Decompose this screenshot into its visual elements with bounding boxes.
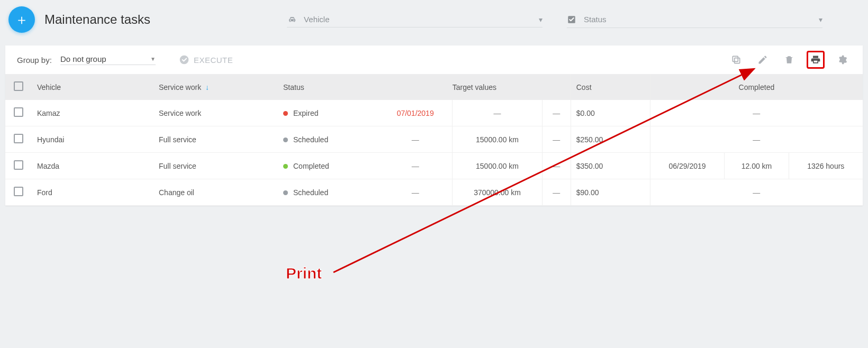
plus-icon: ＋ [15, 11, 29, 29]
execute-label: EXECUTE [194, 56, 233, 65]
cell-tv-km: 15000.00 km [453, 153, 542, 179]
cell-checkbox [5, 179, 32, 206]
cell-tv-date: 07/01/2019 [378, 100, 453, 126]
cell-vehicle: Kamaz [32, 100, 153, 126]
pencil-icon [757, 54, 768, 65]
cell-completed: — [650, 126, 863, 153]
cell-service: Full service [153, 153, 278, 179]
row-checkbox[interactable] [14, 187, 23, 196]
cell-tv-hours: — [542, 179, 571, 206]
execute-button[interactable]: EXECUTE [179, 54, 233, 65]
cell-tv-date: — [378, 126, 453, 153]
cell-status: Scheduled [278, 126, 378, 153]
cell-checkbox [5, 100, 32, 126]
col-service-work-label: Service work [159, 83, 201, 91]
status-dot [283, 190, 288, 195]
delete-button[interactable] [780, 51, 798, 69]
dropdown-icon: ▾ [539, 15, 542, 24]
print-button[interactable] [807, 51, 825, 69]
col-status[interactable]: Status [278, 74, 378, 100]
gear-icon [837, 54, 847, 65]
select-all-checkbox[interactable] [14, 81, 23, 91]
cell-checkbox [5, 126, 32, 153]
table-row[interactable]: FordChange oilScheduled—370000.00 km—$90… [5, 179, 863, 206]
cell-tv-hours: — [542, 153, 571, 179]
cell-service: Change oil [153, 179, 278, 206]
cell-service: Full service [153, 126, 278, 153]
cell-tv-km: — [453, 100, 542, 126]
table-row[interactable]: MazdaFull serviceCompleted—15000.00 km—$… [5, 153, 863, 179]
status-dot [283, 164, 288, 169]
page-title: Maintenance tasks [44, 12, 150, 27]
copy-button[interactable] [727, 51, 745, 69]
tasks-table: Vehicle Service work ↓ Status Target val… [5, 74, 863, 206]
col-service-work[interactable]: Service work ↓ [153, 74, 278, 100]
check-circle-icon [179, 54, 189, 65]
filter-vehicle[interactable]: Vehicle ▾ [287, 12, 542, 28]
filter-status[interactable]: Status ▾ [567, 12, 822, 28]
annotation-label: Print [286, 264, 322, 282]
cell-c-date: 06/29/2019 [650, 153, 725, 179]
status-dot [283, 111, 288, 116]
settings-button[interactable] [833, 51, 851, 69]
cell-completed: — [650, 179, 863, 206]
table-header-row: Vehicle Service work ↓ Status Target val… [5, 74, 863, 100]
trash-icon [784, 54, 794, 65]
svg-rect-2 [735, 58, 740, 63]
cell-tv-date: — [378, 179, 453, 206]
print-icon [810, 54, 821, 65]
cell-completed: — [650, 100, 863, 126]
cell-vehicle: Mazda [32, 153, 153, 179]
dropdown-icon: ▾ [819, 15, 822, 24]
svg-point-1 [180, 56, 189, 65]
cell-c-km: 12.00 km [725, 153, 789, 179]
status-dot [283, 138, 288, 142]
chevron-down-icon: ▼ [150, 56, 156, 62]
filter-status-label: Status [584, 15, 812, 24]
row-checkbox[interactable] [14, 160, 23, 170]
filter-vehicle-label: Vehicle [304, 15, 532, 24]
table-row[interactable]: KamazService workExpired07/01/2019——$0.0… [5, 100, 863, 126]
cell-status: Completed [278, 153, 378, 179]
col-vehicle[interactable]: Vehicle [32, 74, 153, 100]
cell-tv-km: 15000.00 km [453, 126, 542, 153]
col-completed[interactable]: Completed [650, 74, 863, 100]
cell-c-hours: 1326 hours [789, 153, 863, 179]
row-checkbox[interactable] [14, 134, 23, 143]
cell-checkbox [5, 153, 32, 179]
cell-status: Scheduled [278, 179, 378, 206]
vehicle-icon [287, 15, 297, 24]
row-checkbox[interactable] [14, 107, 23, 117]
add-button[interactable]: ＋ [8, 6, 35, 33]
cell-tv-hours: — [542, 100, 571, 126]
cell-status: Expired [278, 100, 378, 126]
cell-cost: $250.00 [571, 126, 650, 153]
cell-service: Service work [153, 100, 278, 126]
table-row[interactable]: HyundaiFull serviceScheduled—15000.00 km… [5, 126, 863, 153]
cell-vehicle: Hyundai [32, 126, 153, 153]
copy-icon [731, 54, 742, 65]
group-by-select[interactable]: Do not group ▼ [60, 54, 156, 65]
cell-cost: $0.00 [571, 100, 650, 126]
svg-rect-3 [733, 56, 738, 61]
cell-cost: $350.00 [571, 153, 650, 179]
edit-button[interactable] [754, 51, 772, 69]
cell-tv-km: 370000.00 km [453, 179, 542, 206]
cell-vehicle: Ford [32, 179, 153, 206]
cell-cost: $90.00 [571, 179, 650, 206]
group-by-label: Group by: [17, 56, 52, 65]
col-target-values[interactable]: Target values [378, 74, 571, 100]
group-by-value: Do not group [60, 54, 106, 63]
cell-tv-hours: — [542, 126, 571, 153]
col-cost[interactable]: Cost [571, 74, 650, 100]
sort-down-icon: ↓ [205, 83, 209, 91]
checkbox-checked-icon [567, 15, 577, 24]
cell-tv-date: — [378, 153, 453, 179]
